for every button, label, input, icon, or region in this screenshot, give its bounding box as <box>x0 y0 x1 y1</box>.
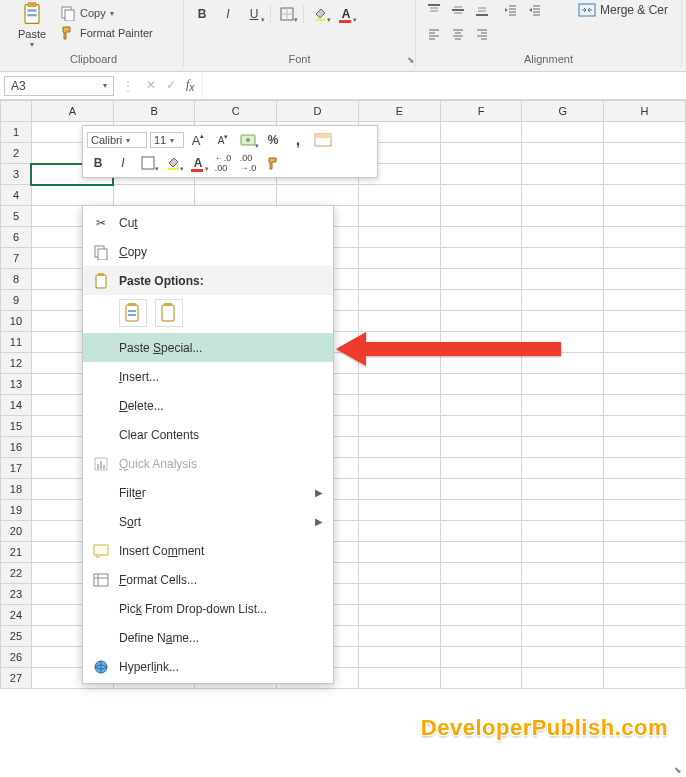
cell[interactable] <box>604 311 686 332</box>
cell[interactable] <box>358 206 440 227</box>
name-box[interactable]: A3 ▾ <box>4 76 114 96</box>
column-header[interactable]: A <box>31 101 113 122</box>
cell[interactable] <box>522 584 604 605</box>
accounting-format-button[interactable]: ▾ <box>237 130 259 150</box>
cell[interactable] <box>440 353 522 374</box>
column-header[interactable]: B <box>113 101 195 122</box>
cell[interactable] <box>358 668 440 689</box>
cell[interactable] <box>358 248 440 269</box>
row-header[interactable]: 23 <box>1 584 32 605</box>
format-painter-button[interactable]: Format Painter <box>58 24 155 42</box>
row-header[interactable]: 25 <box>1 626 32 647</box>
font-color-button[interactable]: A ▾ <box>336 4 356 24</box>
cell[interactable] <box>358 332 440 353</box>
cell[interactable] <box>604 416 686 437</box>
cell[interactable] <box>358 437 440 458</box>
cell[interactable] <box>604 227 686 248</box>
cell[interactable] <box>604 248 686 269</box>
cell[interactable] <box>604 584 686 605</box>
cell[interactable] <box>440 143 522 164</box>
cell[interactable] <box>358 311 440 332</box>
cell[interactable] <box>358 563 440 584</box>
align-left-button[interactable] <box>424 24 444 44</box>
mini-font-name[interactable]: Calibri▾ <box>87 132 147 148</box>
cell[interactable] <box>440 647 522 668</box>
row-header[interactable]: 6 <box>1 227 32 248</box>
cell[interactable] <box>522 206 604 227</box>
cell[interactable] <box>440 248 522 269</box>
cell[interactable] <box>440 605 522 626</box>
row-header[interactable]: 14 <box>1 395 32 416</box>
row-header[interactable]: 18 <box>1 479 32 500</box>
cell[interactable] <box>440 332 522 353</box>
formula-input[interactable] <box>202 72 686 99</box>
cell[interactable] <box>522 647 604 668</box>
cell[interactable] <box>440 542 522 563</box>
cell[interactable] <box>604 521 686 542</box>
bold-button[interactable]: B <box>192 4 212 24</box>
ctx-clear-contents[interactable]: Clear Contents <box>83 420 333 449</box>
column-header[interactable]: F <box>440 101 522 122</box>
cell[interactable] <box>358 584 440 605</box>
row-header[interactable]: 27 <box>1 668 32 689</box>
align-center-button[interactable] <box>448 24 468 44</box>
cell[interactable] <box>522 500 604 521</box>
cell[interactable] <box>358 647 440 668</box>
row-header[interactable]: 22 <box>1 563 32 584</box>
cell[interactable] <box>440 584 522 605</box>
mini-italic-button[interactable]: I <box>112 153 134 173</box>
cell[interactable] <box>604 290 686 311</box>
ctx-delete[interactable]: Delete... <box>83 391 333 420</box>
row-header[interactable]: 9 <box>1 290 32 311</box>
cell[interactable] <box>440 668 522 689</box>
align-top-button[interactable] <box>424 0 444 20</box>
row-header[interactable]: 4 <box>1 185 32 206</box>
cell[interactable] <box>358 479 440 500</box>
cell[interactable] <box>604 164 686 185</box>
cell[interactable] <box>440 563 522 584</box>
underline-button[interactable]: U▾ <box>244 4 264 24</box>
mini-font-size[interactable]: 11▾ <box>150 132 184 148</box>
cell[interactable] <box>522 248 604 269</box>
row-header[interactable]: 16 <box>1 437 32 458</box>
cell[interactable] <box>604 206 686 227</box>
cell[interactable] <box>358 374 440 395</box>
row-header[interactable]: 5 <box>1 206 32 227</box>
ctx-format-cells[interactable]: Format Cells... <box>83 565 333 594</box>
column-header[interactable]: D <box>277 101 359 122</box>
cell[interactable] <box>440 164 522 185</box>
cell[interactable] <box>522 542 604 563</box>
mini-format-painter-button[interactable] <box>262 153 284 173</box>
ctx-hyperlink[interactable]: Hyperlink... <box>83 652 333 681</box>
cell[interactable] <box>358 626 440 647</box>
fx-button[interactable]: fx <box>186 77 194 93</box>
cell[interactable] <box>358 521 440 542</box>
cell[interactable] <box>31 185 113 206</box>
column-header[interactable]: H <box>604 101 686 122</box>
cell[interactable] <box>522 668 604 689</box>
cell[interactable] <box>440 290 522 311</box>
cell[interactable] <box>522 311 604 332</box>
cell[interactable] <box>358 500 440 521</box>
ctx-insert[interactable]: Insert... <box>83 362 333 391</box>
cell[interactable] <box>440 311 522 332</box>
clipboard-launcher[interactable]: ⬊ <box>674 765 682 775</box>
ctx-filter[interactable]: Filter ▶ <box>83 478 333 507</box>
ctx-pick-list[interactable]: Pick From Drop-down List... <box>83 594 333 623</box>
cell[interactable] <box>522 143 604 164</box>
row-header[interactable]: 17 <box>1 458 32 479</box>
cell[interactable] <box>440 269 522 290</box>
cell[interactable] <box>440 206 522 227</box>
cell[interactable] <box>522 269 604 290</box>
mini-bold-button[interactable]: B <box>87 153 109 173</box>
copy-button[interactable]: Copy ▾ <box>58 4 155 22</box>
ctx-insert-comment[interactable]: Insert Comment <box>83 536 333 565</box>
row-header[interactable]: 11 <box>1 332 32 353</box>
grow-font-button[interactable]: A▴ <box>187 130 209 150</box>
cell[interactable] <box>440 416 522 437</box>
cell[interactable] <box>604 605 686 626</box>
row-header[interactable]: 2 <box>1 143 32 164</box>
cell[interactable] <box>522 164 604 185</box>
column-header[interactable]: G <box>522 101 604 122</box>
paste-option-default[interactable] <box>119 299 147 327</box>
